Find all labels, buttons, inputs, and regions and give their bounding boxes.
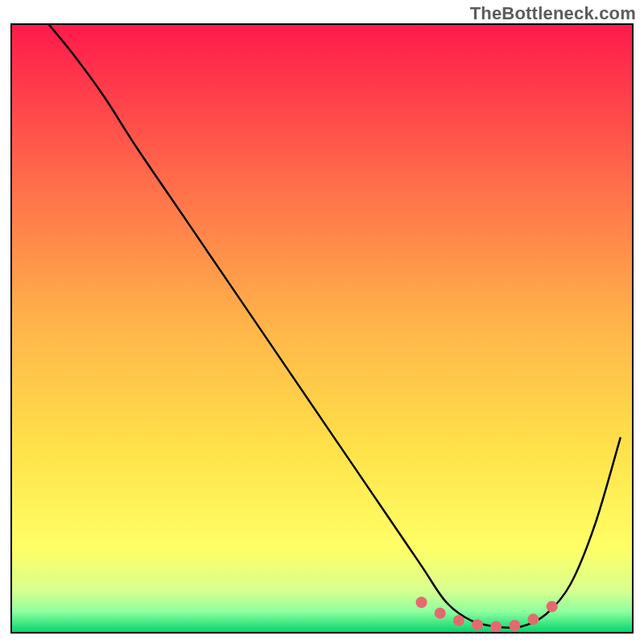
bottleneck-marker bbox=[453, 615, 464, 626]
bottleneck-chart bbox=[0, 0, 644, 644]
chart-stage: TheBottleneck.com bbox=[0, 0, 644, 644]
watermark-text: TheBottleneck.com bbox=[470, 3, 636, 24]
bottleneck-marker bbox=[509, 620, 520, 631]
plot-area bbox=[11, 24, 633, 633]
bottleneck-marker bbox=[435, 608, 446, 619]
bottleneck-marker bbox=[547, 601, 558, 612]
bottleneck-marker bbox=[472, 619, 483, 630]
bottleneck-marker bbox=[527, 613, 539, 625]
plot-background bbox=[11, 24, 633, 633]
bottleneck-marker bbox=[416, 597, 427, 608]
bottleneck-marker bbox=[490, 621, 502, 632]
